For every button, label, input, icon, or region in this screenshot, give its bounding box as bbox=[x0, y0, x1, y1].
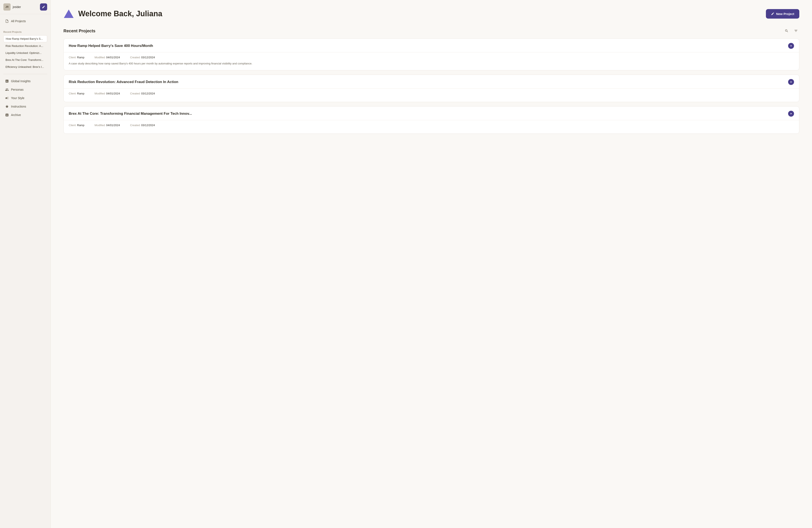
project-title-2: Risk Reduction Revolution: Advanced Frau… bbox=[69, 80, 178, 84]
project-title-1: How Ramp Helped Barry's Save 400 Hours/M… bbox=[69, 44, 153, 48]
sidebar-nav-section: All Projects bbox=[0, 14, 50, 28]
chart-icon bbox=[5, 79, 9, 83]
welcome-left: Welcome Back, Juliana bbox=[63, 9, 162, 19]
project-meta-3: Client Ramp Modified 04/01/2024 Created … bbox=[69, 124, 794, 127]
modified-label-2: Modified bbox=[95, 92, 105, 95]
project-arrow-2[interactable] bbox=[788, 79, 794, 85]
project-arrow-3[interactable] bbox=[788, 111, 794, 117]
logo-icon bbox=[63, 9, 74, 19]
project-description-1: A case study describing how ramp saved B… bbox=[69, 61, 794, 66]
sidebar-item-instructions[interactable]: Instructions bbox=[2, 103, 49, 110]
new-project-button[interactable]: New Project bbox=[766, 9, 799, 19]
modified-meta-1: Modified 04/01/2024 bbox=[95, 56, 120, 59]
sidebar-item-personas[interactable]: Personas bbox=[2, 86, 49, 94]
edit-icon-button[interactable] bbox=[40, 3, 47, 11]
sidebar: JR jreider All Projects Recent Projects … bbox=[0, 0, 51, 528]
new-project-label: New Project bbox=[776, 12, 794, 16]
created-meta-2: Created 03/12/2024 bbox=[130, 92, 155, 95]
created-meta-1: Created 03/12/2024 bbox=[130, 56, 155, 59]
recent-projects-header: Recent Projects bbox=[63, 28, 799, 34]
sidebar-bottom-nav: Global Insights Personas Your Style bbox=[0, 76, 50, 120]
recent-projects-title: Recent Projects bbox=[63, 29, 96, 33]
project-card-3-body: Client Ramp Modified 04/01/2024 Created … bbox=[64, 120, 799, 134]
megaphone-icon bbox=[5, 96, 9, 100]
client-meta-1: Client Ramp bbox=[69, 56, 84, 59]
modified-value-2: 04/01/2024 bbox=[106, 92, 120, 95]
project-card-3-header: Brex At The Core: Transforming Financial… bbox=[64, 106, 799, 120]
project-card-2: Risk Reduction Revolution: Advanced Frau… bbox=[63, 75, 799, 102]
sidebar-item-archive[interactable]: Archive bbox=[2, 111, 49, 119]
sidebar-item-all-projects[interactable]: All Projects bbox=[2, 17, 49, 25]
modified-value-3: 04/01/2024 bbox=[106, 124, 120, 127]
project-arrow-1[interactable] bbox=[788, 43, 794, 49]
recent-projects-section: Recent Projects How Ramp Helped Barry's … bbox=[0, 28, 50, 72]
all-projects-label: All Projects bbox=[11, 19, 26, 23]
archive-label: Archive bbox=[11, 113, 21, 117]
welcome-text: Welcome Back, Juliana bbox=[78, 9, 162, 18]
project-meta-2: Client Ramp Modified 04/01/2024 Created … bbox=[69, 92, 794, 95]
people-icon bbox=[5, 88, 9, 91]
created-value-1: 03/12/2024 bbox=[141, 56, 155, 59]
created-label-2: Created bbox=[130, 92, 140, 95]
client-value-3: Ramp bbox=[77, 124, 84, 127]
client-label-2: Client bbox=[69, 92, 76, 95]
client-label-1: Client bbox=[69, 56, 76, 59]
created-label-1: Created bbox=[130, 56, 140, 59]
project-card-2-header: Risk Reduction Revolution: Advanced Frau… bbox=[64, 75, 799, 89]
sparkle-icon bbox=[5, 105, 9, 108]
search-button[interactable] bbox=[783, 28, 790, 34]
project-card-3: Brex At The Core: Transforming Financial… bbox=[63, 106, 799, 134]
modified-label-1: Modified bbox=[95, 56, 105, 59]
project-card-1-body: Client Ramp Modified 04/01/2024 Created … bbox=[64, 52, 799, 70]
sidebar-recent-project-1[interactable]: How Ramp Helped Barry's S... bbox=[3, 35, 47, 42]
sidebar-header: JR jreider bbox=[0, 0, 50, 14]
global-insights-label: Global Insights bbox=[11, 79, 31, 83]
personas-label: Personas bbox=[11, 88, 24, 91]
svg-marker-0 bbox=[64, 10, 74, 18]
project-meta-1: Client Ramp Modified 04/01/2024 Created … bbox=[69, 56, 794, 59]
client-meta-2: Client Ramp bbox=[69, 92, 84, 95]
main-content: Welcome Back, Juliana New Project Recent… bbox=[51, 0, 812, 528]
created-meta-3: Created 03/12/2024 bbox=[130, 124, 155, 127]
recent-projects-label: Recent Projects bbox=[3, 30, 47, 34]
avatar[interactable]: JR bbox=[3, 3, 11, 11]
created-value-3: 03/12/2024 bbox=[141, 124, 155, 127]
sidebar-divider bbox=[3, 74, 47, 74]
header-actions bbox=[783, 28, 799, 34]
sidebar-recent-project-5[interactable]: Efficiency Unleashed: Brex's I... bbox=[3, 64, 47, 70]
modified-meta-3: Modified 04/01/2024 bbox=[95, 124, 120, 127]
instructions-label: Instructions bbox=[11, 105, 26, 108]
client-value-2: Ramp bbox=[77, 92, 84, 95]
project-card-2-body: Client Ramp Modified 04/01/2024 Created … bbox=[64, 89, 799, 102]
project-title-3: Brex At The Core: Transforming Financial… bbox=[69, 111, 192, 116]
modified-value-1: 04/01/2024 bbox=[106, 56, 120, 59]
filter-button[interactable] bbox=[793, 28, 799, 34]
client-meta-3: Client Ramp bbox=[69, 124, 84, 127]
username: jreider bbox=[13, 5, 21, 9]
project-card-1-header: How Ramp Helped Barry's Save 400 Hours/M… bbox=[64, 39, 799, 52]
inbox-icon bbox=[5, 113, 9, 117]
your-style-label: Your Style bbox=[11, 96, 24, 100]
sidebar-item-your-style[interactable]: Your Style bbox=[2, 94, 49, 102]
sidebar-item-global-insights[interactable]: Global Insights bbox=[2, 77, 49, 85]
modified-label-3: Modified bbox=[95, 124, 105, 127]
welcome-header: Welcome Back, Juliana New Project bbox=[63, 9, 799, 19]
modified-meta-2: Modified 04/01/2024 bbox=[95, 92, 120, 95]
project-card-1: How Ramp Helped Barry's Save 400 Hours/M… bbox=[63, 39, 799, 70]
client-label-3: Client bbox=[69, 124, 76, 127]
user-info: JR jreider bbox=[3, 3, 21, 11]
document-icon bbox=[5, 19, 9, 23]
created-value-2: 03/12/2024 bbox=[141, 92, 155, 95]
sidebar-recent-project-4[interactable]: Brex At The Core: Transformi... bbox=[3, 57, 47, 63]
created-label-3: Created bbox=[130, 124, 140, 127]
client-value-1: Ramp bbox=[77, 56, 84, 59]
sidebar-recent-project-3[interactable]: Liquidity Unlocked: Optimizi... bbox=[3, 50, 47, 56]
sidebar-recent-project-2[interactable]: Risk Reduction Revolution: A... bbox=[3, 43, 47, 49]
